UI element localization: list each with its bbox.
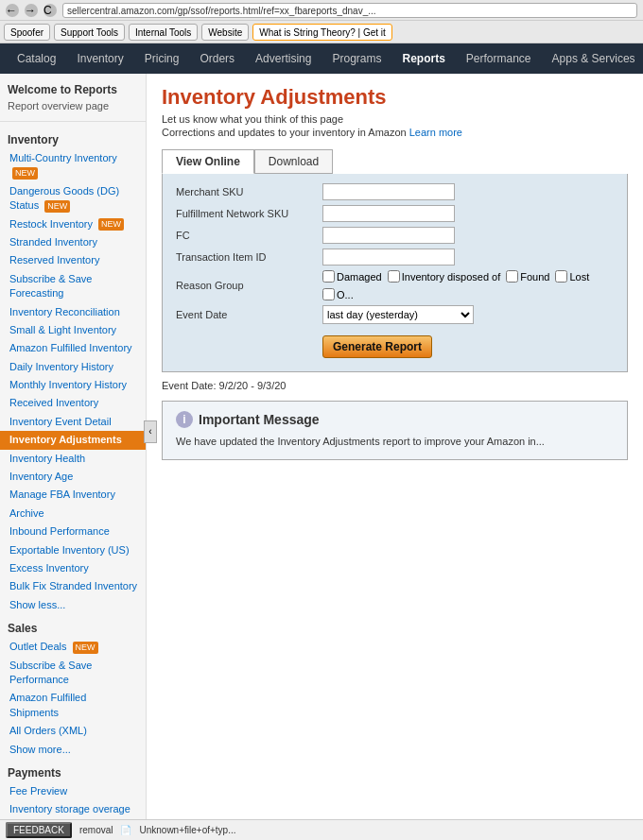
sidebar-link-bulk-fix[interactable]: Bulk Fix Stranded Inventory [0, 577, 146, 595]
nav-catalog[interactable]: Catalog [8, 46, 65, 71]
fc-row: FC [176, 227, 614, 244]
disposed-checkbox[interactable] [388, 270, 400, 283]
sidebar-link-inbound-perf[interactable]: Inbound Performance [0, 523, 146, 540]
transaction-id-label: Transaction Item ID [176, 251, 322, 263]
event-date-display: Event Date: 9/2/20 - 9/3/20 [162, 380, 628, 391]
found-checkbox[interactable] [506, 270, 518, 283]
sidebar-link-all-orders-xml[interactable]: All Orders (XML) [0, 722, 146, 740]
file-label: Unknown+file+of+typ... [139, 825, 235, 835]
reason-group-label: Reason Group [176, 280, 322, 291]
nav-bar: Catalog Inventory Pricing Orders Adverti… [0, 43, 643, 74]
browser-chrome: ← → C sellercentral.amazon.com/gp/ssof/r… [0, 0, 643, 21]
sidebar-link-event-detail[interactable]: Inventory Event Detail [0, 413, 146, 431]
nav-reports[interactable]: Reports [393, 46, 455, 71]
sidebar-link-received[interactable]: Received Inventory [0, 394, 146, 412]
sidebar-link-exportable[interactable]: Exportable Inventory (US) [0, 541, 146, 559]
sidebar-link-multi-country[interactable]: Multi-Country Inventory NEW [0, 149, 146, 182]
page-title: Inventory Adjustments [162, 85, 628, 110]
nav-orders[interactable]: Orders [190, 46, 244, 71]
sidebar-link-fulfilled-shipments[interactable]: Amazon Fulfilled Shipments [0, 689, 146, 722]
sidebar-link-subscribe-forecasting[interactable]: Subscribe & Save Forecasting [0, 270, 146, 303]
event-date-label: Event Date [176, 309, 322, 320]
nav-apps-services[interactable]: Apps & Services [543, 46, 643, 71]
damaged-checkbox[interactable] [322, 270, 335, 283]
sidebar-section-inventory: Inventory [0, 126, 146, 149]
message-text: We have updated the Inventory Adjustment… [176, 434, 614, 450]
string-theory-button[interactable]: What is String Theory? | Get it [252, 24, 392, 41]
merchant-sku-input[interactable] [322, 183, 455, 200]
page-description: Corrections and updates to your inventor… [162, 127, 628, 138]
sidebar-link-small-light[interactable]: Small & Light Inventory [0, 321, 146, 339]
event-date-row: Event Date last day (yesterday) [176, 305, 614, 324]
merchant-sku-label: Merchant SKU [176, 186, 322, 197]
transaction-id-row: Transaction Item ID [176, 249, 614, 266]
website-button[interactable]: Website [201, 24, 249, 41]
fc-label: FC [176, 230, 322, 241]
sidebar-link-fee-preview[interactable]: Fee Preview [0, 782, 146, 800]
spoofer-button[interactable]: Spoofer [4, 24, 50, 41]
sidebar-link-manage-fba[interactable]: Manage FBA Inventory [0, 486, 146, 504]
sidebar-link-archive[interactable]: Archive [0, 505, 146, 523]
damaged-checkbox-label[interactable]: Damaged [322, 270, 382, 283]
reason-group-row: Reason Group Damaged Inventory disposed … [176, 270, 614, 300]
feedback-button[interactable]: FEEDBACK [6, 822, 72, 838]
sidebar-link-dg-status[interactable]: Dangerous Goods (DG) Status NEW [0, 182, 146, 215]
address-bar[interactable]: sellercentral.amazon.com/gp/ssof/reports… [62, 3, 637, 18]
support-tools-button[interactable]: Support Tools [54, 24, 125, 41]
sidebar-link-excess[interactable]: Excess Inventory [0, 559, 146, 577]
page-layout: Welcome to Reports Report overview page … [0, 74, 643, 840]
tab-view-online[interactable]: View Online [162, 149, 254, 174]
nav-pricing[interactable]: Pricing [135, 46, 189, 71]
sidebar-link-daily-history[interactable]: Daily Inventory History [0, 358, 146, 376]
sidebar-link-subscribe-perf[interactable]: Subscribe & Save Performance [0, 657, 146, 690]
generate-report-button[interactable]: Generate Report [322, 335, 432, 358]
fulfillment-sku-label: Fulfillment Network SKU [176, 208, 322, 219]
disposed-checkbox-label[interactable]: Inventory disposed of [388, 270, 501, 283]
sidebar-link-reserved[interactable]: Reserved Inventory [0, 251, 146, 269]
internal-tools-button[interactable]: Internal Tools [129, 24, 198, 41]
nav-advertising[interactable]: Advertising [246, 46, 321, 71]
sidebar-section-payments: Payments [0, 759, 146, 782]
nav-programs[interactable]: Programs [322, 46, 391, 71]
browser-refresh[interactable]: C [43, 4, 57, 17]
sidebar-section-sales: Sales [0, 614, 146, 638]
other-checkbox[interactable] [322, 288, 335, 300]
sidebar-link-sales-show-more[interactable]: Show more... [0, 741, 146, 759]
sidebar-link-show-less[interactable]: Show less... [0, 596, 146, 614]
fulfillment-sku-input[interactable] [322, 205, 455, 222]
sidebar-link-adjustments[interactable]: Inventory Adjustments [0, 431, 146, 449]
transaction-id-input[interactable] [322, 249, 455, 266]
sidebar-header: Welcome to Reports [0, 79, 146, 98]
sidebar-link-stranded[interactable]: Stranded Inventory [0, 233, 146, 251]
browser-forward[interactable]: → [25, 4, 38, 17]
important-message-box: i Important Message We have updated the … [162, 401, 628, 460]
tab-download[interactable]: Download [254, 149, 333, 174]
fc-input[interactable] [322, 227, 455, 244]
learn-more-link[interactable]: Learn more [409, 127, 462, 138]
lost-checkbox[interactable] [555, 270, 567, 283]
sidebar-link-monthly-history[interactable]: Monthly Inventory History [0, 376, 146, 394]
lost-checkbox-label[interactable]: Lost [555, 270, 589, 283]
toolbar: Spoofer Support Tools Internal Tools Web… [0, 21, 643, 43]
main-content: Inventory Adjustments Let us know what y… [147, 74, 643, 840]
browser-back[interactable]: ← [6, 4, 19, 17]
sidebar-link-health[interactable]: Inventory Health [0, 450, 146, 468]
form-area: Merchant SKU Fulfillment Network SKU FC … [162, 174, 628, 372]
other-checkbox-label[interactable]: O... [322, 288, 354, 300]
info-icon: i [176, 411, 193, 428]
nav-inventory[interactable]: Inventory [67, 46, 132, 71]
nav-performance[interactable]: Performance [457, 46, 541, 71]
file-icon: 📄 [120, 825, 131, 835]
sidebar: Welcome to Reports Report overview page … [0, 74, 147, 840]
sidebar-collapse-handle[interactable]: ‹ [144, 420, 157, 443]
sidebar-link-reconciliation[interactable]: Inventory Reconciliation [0, 303, 146, 321]
sidebar-link-restock[interactable]: Restock Inventory NEW [0, 215, 146, 233]
sidebar-subheader: Report overview page [0, 98, 146, 117]
sidebar-link-amazon-fulfilled[interactable]: Amazon Fulfilled Inventory [0, 339, 146, 357]
sidebar-link-outlet-deals[interactable]: Outlet Deals NEW [0, 638, 146, 656]
found-checkbox-label[interactable]: Found [506, 270, 549, 283]
status-bar: FEEDBACK removal 📄 Unknown+file+of+typ..… [0, 819, 643, 840]
page-subtitle: Let us know what you think of this page [162, 113, 628, 125]
sidebar-link-age[interactable]: Inventory Age [0, 468, 146, 486]
event-date-select[interactable]: last day (yesterday) [322, 305, 474, 324]
